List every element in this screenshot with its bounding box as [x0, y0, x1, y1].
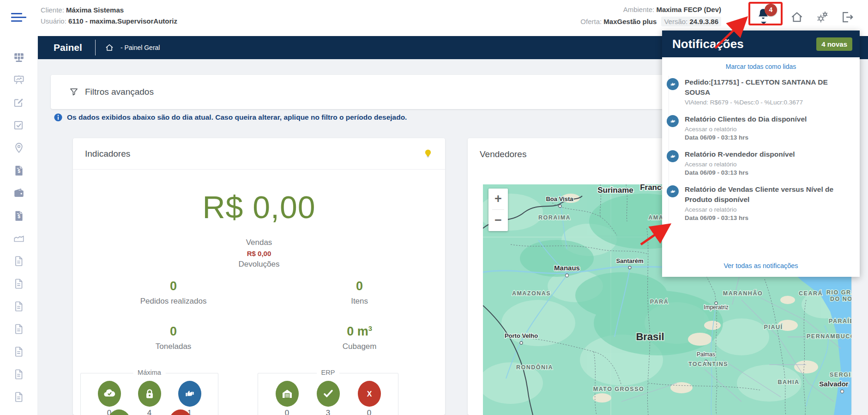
map-label: Suriname	[597, 186, 633, 195]
map-label: AMAZONAS	[512, 290, 551, 297]
sidebar-item-doc-icon[interactable]	[13, 278, 25, 290]
indicator-stats: 0Pedidos realizados0Itens0Toneladas0 m3C…	[73, 279, 445, 370]
sidebar-item-doc-icon[interactable]	[13, 391, 25, 403]
map-label: Salvador	[819, 380, 849, 388]
notifications-bell-button[interactable]: 4	[754, 5, 781, 25]
notification-subtitle[interactable]: Acessar o relatório	[685, 126, 807, 133]
map-label: Boa Vista	[546, 195, 573, 202]
status-check[interactable]: 3	[317, 381, 340, 415]
sidebar-item-presentation-icon[interactable]	[13, 74, 25, 86]
info-banner-text: Os dados exibidos abaixo são do dia atua…	[67, 113, 407, 122]
map-label: DO NORTE	[830, 296, 851, 302]
notifications-list: Pedido:[117751] - CLEYTON SANTANA DE SOU…	[662, 73, 860, 226]
map-city-dot	[566, 274, 569, 277]
sidebar-item-chart-icon[interactable]	[13, 232, 25, 244]
status-warehouse[interactable]: 0	[276, 381, 299, 415]
map-label: PERNAMBUCO	[807, 333, 851, 340]
map-label: Palmas	[697, 351, 715, 358]
sidebar-item-invoice-icon[interactable]: $	[13, 165, 25, 177]
logout-icon[interactable]	[839, 9, 855, 25]
map-zoom-in-button[interactable]: +	[488, 189, 508, 209]
sidebar-item-edit-icon[interactable]	[13, 97, 25, 109]
group-erp: ERP03X0	[258, 373, 398, 415]
stat-itens: 0Itens	[274, 279, 445, 306]
indicators-card: Indicadores R$ 0,00 Vendas R$ 0,00 Devol…	[73, 138, 445, 415]
check-icon	[317, 381, 340, 407]
version-label: Versão:	[664, 18, 687, 25]
sidebar-item-wallet-icon[interactable]	[13, 187, 25, 199]
notification-subtitle[interactable]: Acessar o relatório	[685, 206, 849, 213]
notifications-new-badge[interactable]: 4 novas	[816, 37, 852, 51]
home-icon[interactable]	[789, 9, 805, 25]
sidebar-item-dashboard-icon[interactable]	[13, 51, 25, 63]
sidebar-item-invoice-icon[interactable]: $	[13, 210, 25, 222]
thumbs-icon	[178, 381, 201, 407]
notification-item[interactable]: Pedido:[117751] - CLEYTON SANTANA DE SOU…	[662, 73, 860, 110]
mark-all-read-link[interactable]: Marcar todas como lidas	[662, 63, 860, 70]
lightbulb-icon[interactable]	[423, 148, 433, 159]
map-label: Porto Velho	[505, 332, 538, 339]
indicators-header: Indicadores	[73, 138, 445, 170]
sidebar-item-doc-icon[interactable]	[13, 300, 25, 312]
notification-title: Relatório Clientes do Dia disponível	[685, 114, 807, 124]
header-client-info: Cliente: Máxima Sistemas Usuário: 6110 -…	[41, 5, 177, 27]
sidebar-item-doc-icon[interactable]	[13, 323, 25, 335]
notification-title: Relatório de Vendas Cliente versus Nível…	[685, 184, 849, 205]
breadcrumb-home-icon[interactable]	[105, 43, 114, 52]
notification-subtitle[interactable]: Acessar o relatório	[685, 161, 795, 168]
view-all-notifications-link[interactable]: Ver todas as notificações	[662, 256, 860, 277]
notification-item[interactable]: Relatório Clientes do Dia disponívelAces…	[662, 110, 860, 145]
page-title: Painel	[54, 42, 82, 53]
sidebar-item-doc-icon[interactable]	[13, 368, 25, 380]
map-label: Brasil	[636, 331, 664, 342]
status-count: 0	[358, 409, 381, 415]
svg-text:$: $	[18, 214, 20, 219]
header-env-info: Ambiente: Maxima FECP (Dev) Oferta: MaxG…	[580, 4, 721, 28]
map-label: PARÁ	[650, 298, 669, 305]
bell-caret-icon	[761, 22, 766, 24]
map-label: TOCANTINS	[688, 361, 728, 367]
sidebar-item-pin-icon[interactable]	[13, 142, 25, 154]
status-x[interactable]: X0	[358, 381, 381, 415]
map-label: SERGIPE	[830, 372, 851, 378]
notification-date: Data 06/09 - 03:13 hrs	[685, 169, 795, 176]
notification-item[interactable]: Relatório de Vendas Cliente versus Nível…	[662, 180, 860, 226]
notification-chat-icon	[667, 150, 679, 162]
map-label: Imperatriz	[704, 304, 728, 311]
client-label: Cliente:	[41, 6, 64, 14]
sidebar-item-checkbox-icon[interactable]	[13, 119, 25, 131]
info-banner: Os dados exibidos abaixo são do dia atua…	[54, 113, 407, 122]
returns-label: Devoluções	[73, 260, 445, 269]
map-zoom-out-button[interactable]: −	[488, 210, 508, 231]
version-value: 24.9.3.86	[689, 18, 718, 25]
group-legend: Máxima	[133, 369, 166, 376]
cloud-check-icon	[98, 381, 121, 407]
user-label: Usuário:	[41, 17, 66, 25]
sales-label: Vendas	[73, 238, 445, 247]
svg-text:$: $	[18, 169, 20, 174]
status-count: 3	[317, 409, 340, 415]
notification-item[interactable]: Relatório R-vendedor disponívelAcessar o…	[662, 145, 860, 180]
left-sidebar: $$	[0, 36, 38, 415]
nav-divider	[95, 40, 96, 55]
notification-date: Data 06/09 - 03:13 hrs	[685, 134, 807, 141]
gear-icon[interactable]	[814, 9, 830, 25]
map-label: RONDÔNIA	[516, 364, 553, 371]
notification-date: Data 06/09 - 03:13 hrs	[685, 214, 849, 221]
group-legend: ERP	[317, 369, 340, 376]
breadcrumb-path: - Painel Geral	[121, 44, 160, 51]
sidebar-item-doc-icon[interactable]	[13, 346, 25, 358]
map-label: PIAUÍ	[764, 323, 783, 330]
env-value: Maxima FECP (Dev)	[656, 6, 721, 13]
menu-hamburger-icon[interactable]	[10, 11, 28, 25]
map-city-dot	[841, 390, 844, 393]
notification-subtitle[interactable]: VlAtend: R$679 - %Desc:0 - %Lucr:0.3677	[685, 99, 849, 106]
returns-value: R$ 0,00	[73, 250, 445, 257]
filters-label: Filtros avançados	[85, 87, 154, 97]
map-label: CEARÁ	[799, 290, 823, 297]
sidebar-item-doc-icon[interactable]	[13, 255, 25, 267]
status-lock[interactable]: 4	[138, 381, 161, 415]
map-label: RIO GRANDE	[826, 289, 851, 296]
notifications-header: Notificações 4 novas	[662, 31, 860, 57]
stat-toneladas: 0Toneladas	[73, 324, 274, 351]
